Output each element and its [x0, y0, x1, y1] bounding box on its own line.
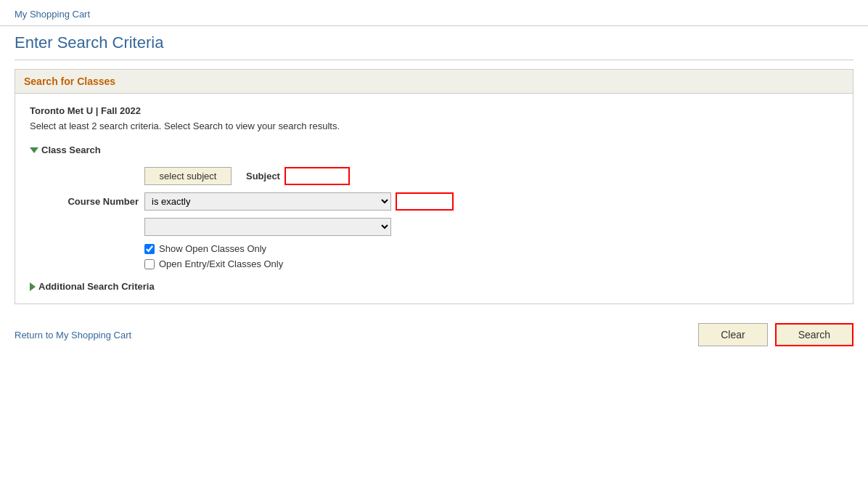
course-number-label: Course Number	[44, 196, 139, 207]
search-instruction: Select at least 2 search criteria. Selec…	[30, 121, 838, 131]
course-number-input[interactable]	[396, 192, 454, 211]
third-dropdown[interactable]	[144, 218, 391, 236]
breadcrumb-link[interactable]: My Shopping Cart	[15, 9, 90, 20]
search-button[interactable]: Search	[775, 323, 853, 346]
subject-label: Subject	[246, 171, 280, 182]
search-panel-header: Search for Classes	[15, 70, 853, 94]
page-title-area: Enter Search Criteria	[0, 26, 868, 60]
class-search-label: Class Search	[41, 144, 101, 155]
checkbox-area: Show Open Classes Only Open Entry/Exit C…	[144, 243, 838, 269]
title-divider	[15, 60, 853, 60]
class-search-section-header[interactable]: Class Search	[30, 144, 838, 155]
search-panel-body: Toronto Met U | Fall 2022 Select at leas…	[15, 94, 853, 303]
subject-input[interactable]	[284, 167, 350, 185]
bottom-buttons: Clear Search	[698, 323, 853, 346]
third-dropdown-row	[44, 218, 838, 236]
bottom-bar: Return to My Shopping Cart Clear Search	[0, 313, 868, 356]
form-area: select subject Subject Course Number is …	[30, 167, 838, 269]
show-open-classes-checkbox[interactable]	[144, 244, 155, 254]
open-entry-exit-label: Open Entry/Exit Classes Only	[159, 258, 283, 269]
search-panel: Search for Classes Toronto Met U | Fall …	[15, 69, 853, 304]
page-title: Enter Search Criteria	[15, 33, 853, 52]
course-number-select[interactable]: is exactly starts with contains	[144, 192, 391, 211]
additional-search-criteria-section[interactable]: Additional Search Criteria	[30, 281, 838, 292]
show-open-classes-label: Show Open Classes Only	[159, 243, 266, 254]
select-subject-button[interactable]: select subject	[144, 167, 232, 185]
return-to-cart-link[interactable]: Return to My Shopping Cart	[15, 330, 131, 341]
clear-button[interactable]: Clear	[698, 323, 767, 346]
additional-criteria-label: Additional Search Criteria	[38, 281, 155, 292]
top-nav: My Shopping Cart	[0, 0, 868, 26]
subject-row: select subject Subject	[44, 167, 838, 185]
show-open-classes-row: Show Open Classes Only	[144, 243, 838, 254]
open-entry-exit-checkbox[interactable]	[144, 259, 155, 269]
course-number-row: Course Number is exactly starts with con…	[44, 192, 838, 211]
page-wrapper: My Shopping Cart Enter Search Criteria S…	[0, 0, 868, 477]
expand-icon	[30, 282, 36, 291]
term-info: Toronto Met U | Fall 2022	[30, 105, 838, 116]
open-entry-exit-row: Open Entry/Exit Classes Only	[144, 258, 838, 269]
collapse-icon	[30, 147, 38, 153]
